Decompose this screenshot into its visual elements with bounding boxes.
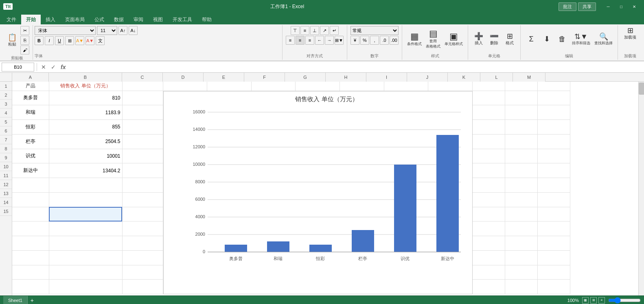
number-format-select[interactable]: 常规 [350,26,399,35]
cell-l2[interactable] [505,91,538,105]
phonetic-button[interactable]: 文 [96,36,105,45]
cell-b13[interactable] [49,250,122,265]
cell-reference-input[interactable] [2,63,34,72]
comma-button[interactable]: , [370,36,379,45]
align-top-button[interactable]: ⊤ [291,26,300,35]
cell-m3[interactable] [538,105,570,120]
row-header-15[interactable]: 15 [0,207,12,216]
cell-b2[interactable]: 810 [49,91,122,105]
cell-l3[interactable] [505,105,538,120]
cell-f1[interactable] [251,82,296,91]
tab-help[interactable]: 帮助 [197,15,217,24]
row-header-5[interactable]: 5 [0,117,12,126]
tab-page-layout[interactable]: 页面布局 [60,15,90,24]
cell-k6[interactable] [473,149,505,163]
cell-a5[interactable]: 栏亭 [12,134,49,149]
find-select-button[interactable]: 🔍 查找和选择 [593,32,614,47]
cell-a8[interactable] [12,178,49,193]
cell-a4[interactable]: 恒彩 [12,120,49,135]
font-family-select[interactable]: 宋体 [35,26,96,35]
cell-l6[interactable] [505,149,538,163]
cell-c4[interactable] [122,120,163,135]
cell-a12[interactable] [12,236,49,251]
share-button[interactable]: 共享 [578,2,596,11]
increase-decimal[interactable]: .0 [380,36,389,45]
cell-a2[interactable]: 奥多普 [12,91,49,105]
insert-cells-button[interactable]: ➕ 插入 [471,32,486,47]
cell-c8[interactable] [122,178,163,193]
currency-button[interactable]: ¥ [350,36,359,45]
paste-button[interactable]: 📋 粘贴 [5,33,20,48]
fill-color-button[interactable]: A▼ [75,36,84,45]
cell-b4[interactable]: 855 [49,120,122,135]
cell-b1[interactable]: 销售收入 单位（万元） [49,82,122,91]
tab-data[interactable]: 数据 [109,15,129,24]
row-header-10[interactable]: 10 [0,162,12,171]
cell-m13[interactable] [538,250,570,265]
font-size-decrease[interactable]: A↓ [129,26,138,35]
cell-m8[interactable] [538,178,570,193]
cell-b10[interactable] [49,207,122,221]
cell-m10[interactable] [538,207,570,221]
annotate-button[interactable]: 批注 [559,2,576,11]
cell-k4[interactable] [473,120,505,135]
delete-cells-button[interactable]: ➖ 删除 [487,32,502,47]
col-header-d[interactable]: D [163,73,204,82]
tab-file[interactable]: 文件 [2,15,21,24]
cell-m12[interactable] [538,236,570,251]
row-header-4[interactable]: 4 [0,109,12,117]
cell-l7[interactable] [505,163,538,178]
cell-k7[interactable] [473,163,505,178]
cell-l14[interactable] [505,265,538,280]
cell-k3[interactable] [473,105,505,120]
pagebreak-view-button[interactable]: ≡ [598,297,605,304]
cell-m11[interactable] [538,221,570,236]
cell-b12[interactable] [49,236,122,251]
col-header-j[interactable]: J [407,73,448,82]
cell-m1[interactable] [538,82,570,91]
cell-c3[interactable] [122,105,163,120]
formula-cancel-icon[interactable]: ✕ [39,63,48,71]
row-header-8[interactable]: 8 [0,144,12,153]
cell-m4[interactable] [538,120,570,135]
increase-indent-button[interactable]: → [325,36,334,45]
align-right-button[interactable]: ≡ [305,36,314,45]
cell-c9[interactable] [122,192,163,207]
formula-confirm-icon[interactable]: ✓ [49,63,57,71]
table-format-button[interactable]: ▤ 套用表格格式 [424,28,442,50]
cell-a11[interactable] [12,221,49,236]
cell-c2[interactable] [122,91,163,105]
tab-insert[interactable]: 插入 [41,15,60,24]
cell-m14[interactable] [538,265,570,280]
cell-c14[interactable] [122,265,163,280]
sort-filter-button[interactable]: ⇅▼ 排序和筛选 [570,32,592,47]
col-header-m[interactable]: M [513,73,545,82]
decrease-decimal[interactable]: .00 [390,36,399,45]
cell-l12[interactable] [505,236,538,251]
cell-l15[interactable] [505,280,538,294]
cell-a1[interactable]: 产品 [12,82,49,91]
cell-b7[interactable]: 13404.2 [49,163,122,178]
cell-e1[interactable] [207,82,252,91]
row-header-14[interactable]: 14 [0,198,12,207]
align-bottom-button[interactable]: ⊥ [310,26,319,35]
cell-b9[interactable] [49,192,122,207]
cell-k13[interactable] [473,250,505,265]
cell-l9[interactable] [505,192,538,207]
row-header-7[interactable]: 7 [0,135,12,144]
row-header-13[interactable]: 13 [0,189,12,198]
fill-button[interactable]: ⬇ [539,35,554,44]
tab-developer[interactable]: 开发工具 [168,15,197,24]
cell-b11[interactable] [49,221,122,236]
col-header-g[interactable]: G [285,73,326,82]
cell-a10[interactable] [12,207,49,221]
cell-i1[interactable] [384,82,428,91]
cell-b6[interactable]: 10001 [49,149,122,163]
cell-k2[interactable] [473,91,505,105]
cell-k14[interactable] [473,265,505,280]
align-left-button[interactable]: ≡ [286,36,295,45]
vertical-scrollbar[interactable] [638,82,644,295]
row-header-6[interactable]: 6 [0,126,12,135]
cell-m7[interactable] [538,163,570,178]
percent-button[interactable]: % [360,36,369,45]
